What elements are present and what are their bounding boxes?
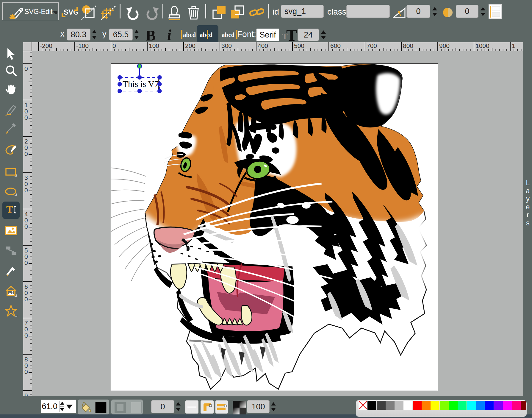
svg-text:200: 200 <box>185 42 195 49</box>
svg-text:abcd: abcd <box>222 31 235 38</box>
svg-text:0: 0 <box>24 296 28 302</box>
svg-text:0: 0 <box>112 42 116 49</box>
svg-text:T: T <box>6 204 13 215</box>
svg-text:800: 800 <box>403 42 413 49</box>
svg-text:0: 0 <box>24 223 28 230</box>
svg-text:1000: 1000 <box>475 42 489 49</box>
svg-text:This is V7: This is V7 <box>123 79 159 89</box>
svg-text:4: 4 <box>24 210 28 217</box>
svg-text:300: 300 <box>221 42 232 49</box>
svg-text:0: 0 <box>24 289 28 296</box>
svg-text:600: 600 <box>330 42 341 49</box>
svg-text:700: 700 <box>367 42 377 49</box>
svg-text:100: 100 <box>149 42 159 49</box>
svg-text:0: 0 <box>24 144 28 151</box>
svg-text:0: 0 <box>24 108 28 115</box>
svg-text:SVG: SVG <box>64 8 78 16</box>
svg-text:400: 400 <box>258 42 268 49</box>
svg-text:0: 0 <box>24 180 28 187</box>
svg-text:abcd: abcd <box>183 31 196 38</box>
svg-text:6: 6 <box>24 283 28 290</box>
svg-text:0: 0 <box>24 65 28 72</box>
svg-text:900: 900 <box>439 42 450 49</box>
svg-text:0: 0 <box>24 362 28 369</box>
svg-text:500: 500 <box>294 42 304 49</box>
svg-text:1: 1 <box>512 42 515 49</box>
svg-text:5: 5 <box>24 247 28 254</box>
svg-text:1: 1 <box>24 102 28 108</box>
svg-text:0: 0 <box>24 114 28 121</box>
svg-text:0: 0 <box>24 259 28 266</box>
svg-text:0: 0 <box>24 326 28 333</box>
svg-text:0: 0 <box>24 187 28 194</box>
svg-text:7: 7 <box>24 319 28 326</box>
svg-text:0: 0 <box>24 217 28 224</box>
svg-text:2: 2 <box>24 138 28 145</box>
svg-text:0: 0 <box>24 332 28 339</box>
svg-text:8: 8 <box>24 356 28 363</box>
svg-text:0: 0 <box>24 368 28 375</box>
svg-text:3: 3 <box>24 174 28 181</box>
svg-text:0: 0 <box>24 253 28 260</box>
svg-text:9: 9 <box>24 392 28 396</box>
svg-text:-100: -100 <box>76 42 89 49</box>
svg-text:0: 0 <box>24 150 28 157</box>
svg-text:-200: -200 <box>40 42 52 49</box>
svg-text:abcd: abcd <box>200 31 213 38</box>
